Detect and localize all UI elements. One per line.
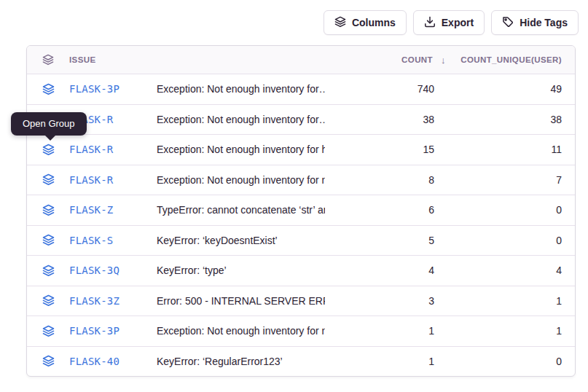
count-value: 1 bbox=[325, 325, 434, 337]
issue-id-link[interactable]: FLASK-3Z bbox=[69, 295, 157, 307]
table-row[interactable]: FLASK-3P Exception: Not enough inventory… bbox=[27, 74, 575, 104]
issue-id-link[interactable]: FLASK-40 bbox=[69, 356, 157, 367]
count-value: 38 bbox=[325, 114, 434, 125]
count-value: 5 bbox=[325, 235, 434, 246]
columns-button-label: Columns bbox=[352, 17, 396, 28]
tooltip-label: Open Group bbox=[23, 118, 75, 129]
stack-icon bbox=[27, 54, 69, 66]
count-value: 4 bbox=[325, 264, 434, 276]
table-toolbar: Columns Export Hide Tags bbox=[324, 10, 579, 35]
hide-tags-button-label: Hide Tags bbox=[520, 17, 568, 28]
column-header-issue[interactable]: ISSUE bbox=[69, 55, 157, 64]
count-unique-value: 0 bbox=[434, 356, 575, 367]
columns-button[interactable]: Columns bbox=[324, 10, 407, 35]
issue-title: Exception: Not enough inventory for h… bbox=[157, 144, 325, 155]
stack-icon[interactable] bbox=[27, 325, 69, 337]
stack-icon[interactable] bbox=[27, 204, 69, 216]
issue-id-link[interactable]: FLASK-3P bbox=[69, 83, 157, 95]
issue-id-link[interactable]: FLASK-3Q bbox=[69, 264, 157, 276]
download-icon bbox=[424, 16, 436, 30]
count-value: 1 bbox=[325, 356, 434, 367]
issue-id-link[interactable]: FLASK-R bbox=[69, 174, 157, 186]
count-unique-value: 7 bbox=[434, 174, 575, 186]
stack-icon[interactable] bbox=[27, 294, 69, 307]
count-value: 8 bbox=[325, 174, 434, 186]
count-value: 740 bbox=[325, 83, 434, 95]
issue-title: Exception: Not enough inventory for… bbox=[157, 114, 325, 125]
table-row[interactable]: FLASK-S KeyError: ‘keyDoesntExist’ 5 0 bbox=[27, 225, 575, 256]
count-unique-value: 1 bbox=[434, 295, 575, 307]
count-unique-value: 11 bbox=[434, 144, 575, 155]
open-group-tooltip: Open Group bbox=[11, 112, 87, 136]
table-row[interactable]: FLASK-3P Exception: Not enough inventory… bbox=[27, 315, 575, 346]
issues-table: ISSUE COUNT ↓ COUNT_UNIQUE(USER) FLASK-3… bbox=[26, 45, 576, 377]
table-header-row: ISSUE COUNT ↓ COUNT_UNIQUE(USER) bbox=[27, 46, 575, 74]
tooltip-arrow bbox=[44, 135, 56, 141]
table-row[interactable]: FLASK-Z TypeError: cannot concatenate ‘s… bbox=[27, 195, 575, 225]
issue-id-link[interactable]: FLASK-S bbox=[69, 235, 157, 246]
table-row[interactable]: FLASK-40 KeyError: ‘RegularError123’ 1 0 bbox=[27, 346, 575, 377]
stack-icon[interactable] bbox=[27, 144, 69, 156]
stack-icon[interactable] bbox=[27, 355, 69, 367]
issue-title: KeyError: ‘RegularError123’ bbox=[157, 356, 325, 367]
count-value: 3 bbox=[325, 295, 434, 307]
column-header-count-unique[interactable]: COUNT_UNIQUE(USER) bbox=[434, 55, 575, 64]
stack-icon[interactable] bbox=[27, 264, 69, 277]
count-unique-value: 1 bbox=[434, 325, 575, 337]
table-row[interactable]: FLASK-3Z Error: 500 - INTERNAL SERVER ER… bbox=[27, 286, 575, 316]
issue-title: Exception: Not enough inventory for n… bbox=[157, 325, 325, 337]
count-unique-value: 49 bbox=[434, 83, 575, 95]
column-header-count[interactable]: COUNT ↓ bbox=[325, 55, 434, 66]
table-row[interactable]: FLASK-R Exception: Not enough inventory … bbox=[27, 134, 575, 165]
issue-title: Exception: Not enough inventory for… bbox=[157, 83, 325, 95]
issue-title: KeyError: ‘type’ bbox=[157, 264, 325, 276]
hide-tags-button[interactable]: Hide Tags bbox=[491, 10, 579, 35]
count-unique-value: 38 bbox=[434, 114, 575, 125]
table-row[interactable]: FLASK-3Q KeyError: ‘type’ 4 4 bbox=[27, 255, 575, 286]
count-unique-value: 4 bbox=[434, 264, 575, 276]
issue-title: Error: 500 - INTERNAL SERVER ERROR bbox=[157, 295, 325, 307]
stack-icon bbox=[334, 16, 346, 30]
tag-icon bbox=[502, 16, 514, 30]
export-button-label: Export bbox=[442, 17, 474, 28]
count-unique-value: 0 bbox=[434, 235, 575, 246]
count-value: 15 bbox=[325, 144, 434, 155]
issue-id-link[interactable]: FLASK-Z bbox=[69, 204, 157, 216]
export-button[interactable]: Export bbox=[413, 10, 485, 35]
table-row[interactable]: FLASK-R Exception: Not enough inventory … bbox=[27, 104, 575, 135]
stack-icon[interactable] bbox=[27, 234, 69, 246]
issue-title: KeyError: ‘keyDoesntExist’ bbox=[157, 235, 325, 246]
count-value: 6 bbox=[325, 204, 434, 216]
issue-title: TypeError: cannot concatenate ‘str’ an… bbox=[157, 204, 325, 216]
issue-id-link[interactable]: FLASK-3P bbox=[69, 325, 157, 337]
stack-icon[interactable] bbox=[27, 173, 69, 186]
stack-icon[interactable] bbox=[27, 83, 69, 95]
issues-table-page: Columns Export Hide Tags ISSUE COUNT ↓ bbox=[0, 0, 588, 392]
issue-id-link[interactable]: FLASK-R bbox=[69, 144, 157, 155]
issue-title: Exception: Not enough inventory for n… bbox=[157, 174, 325, 186]
table-row[interactable]: FLASK-R Exception: Not enough inventory … bbox=[27, 165, 575, 195]
count-unique-value: 0 bbox=[434, 204, 575, 216]
